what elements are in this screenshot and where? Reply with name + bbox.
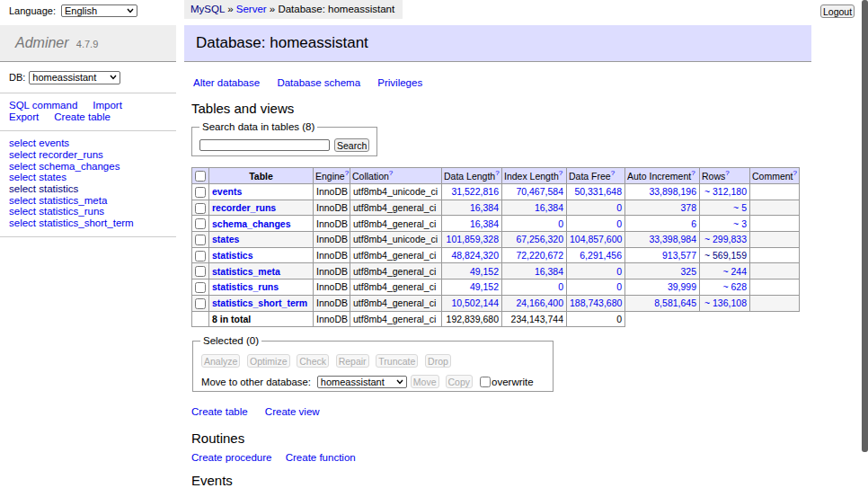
sidebar-item-select-recorder-runs[interactable]: select recorder_runs	[9, 149, 167, 161]
help-link[interactable]: ?	[495, 169, 499, 177]
rows-count-link[interactable]: ~ 299,833	[704, 234, 747, 244]
table-name-link[interactable]: states	[212, 234, 239, 244]
data-free-link[interactable]: 0	[616, 218, 622, 229]
row-checkbox[interactable]	[195, 298, 206, 309]
database-schema-link[interactable]: Database schema	[277, 77, 360, 88]
auto-increment-link[interactable]: 39,999	[668, 281, 696, 292]
data-free-link[interactable]: 104,857,600	[570, 234, 622, 244]
rows-count-link[interactable]: ~ 312,180	[704, 186, 747, 197]
sidebar-item-select-statistics[interactable]: select statistics	[9, 183, 167, 195]
sidebar-item-select-states[interactable]: select states	[9, 172, 167, 183]
data-length-link[interactable]: 48,824,320	[451, 250, 499, 261]
check-button[interactable]: Check	[297, 354, 329, 368]
data-length-link[interactable]: 49,152	[470, 281, 499, 292]
truncate-button[interactable]: Truncate	[376, 354, 418, 368]
auto-increment-link[interactable]: 8,581,645	[654, 297, 696, 308]
breadcrumb-mysql-link[interactable]: MySQL	[190, 4, 225, 14]
table-name-link[interactable]: statistics_runs	[212, 281, 279, 292]
rows-count-link[interactable]: ~ 136,108	[704, 297, 747, 308]
rows-count-link[interactable]: ~ 569,159	[704, 250, 747, 261]
auto-increment-link[interactable]: 378	[680, 202, 696, 213]
search-input[interactable]	[199, 139, 330, 151]
row-checkbox[interactable]	[195, 218, 206, 229]
help-link[interactable]: ?	[725, 169, 729, 177]
help-link[interactable]: ?	[559, 169, 562, 177]
sidebar-import-link[interactable]: Import	[93, 100, 122, 111]
data-free-link[interactable]: 6,291,456	[580, 250, 622, 261]
table-name-link[interactable]: recorder_runs	[212, 202, 276, 213]
auto-increment-link[interactable]: 913,577	[662, 250, 696, 261]
drop-button[interactable]: Drop	[425, 354, 451, 368]
create-function-link[interactable]: Create function	[286, 452, 356, 463]
optimize-button[interactable]: Optimize	[247, 354, 289, 368]
auto-increment-link[interactable]: 33,398,984	[649, 234, 696, 244]
rows-count-link[interactable]: ~ 3	[733, 218, 747, 229]
scrollbar-thumb[interactable]	[862, 0, 868, 452]
auto-increment-link[interactable]: 33,898,196	[649, 186, 696, 197]
data-length-link[interactable]: 31,522,816	[451, 186, 499, 197]
privileges-link[interactable]: Privileges	[377, 77, 422, 88]
logout-button[interactable]: Logout	[820, 4, 855, 18]
data-length-link[interactable]: 10,502,144	[451, 297, 499, 308]
row-checkbox[interactable]	[195, 187, 206, 198]
adminer-logo-link[interactable]: Adminer	[15, 35, 69, 50]
help-link[interactable]: ?	[345, 169, 349, 177]
overwrite-checkbox[interactable]	[480, 377, 491, 387]
row-checkbox[interactable]	[195, 266, 206, 277]
table-name-link[interactable]: statistics_short_term	[212, 297, 307, 308]
index-length-link[interactable]: 67,256,320	[516, 234, 563, 244]
data-free-link[interactable]: 50,331,648	[574, 186, 622, 197]
select-all-checkbox[interactable]	[195, 171, 206, 182]
search-button[interactable]: Search	[334, 138, 369, 152]
sidebar-item-select-statistics-short-term[interactable]: select statistics_short_term	[9, 217, 167, 229]
db-select[interactable]: homeassistant	[29, 71, 120, 84]
create-table-link[interactable]: Create table	[191, 406, 248, 417]
table-name-link[interactable]: schema_changes	[212, 218, 291, 229]
sidebar-create-table-link[interactable]: Create table	[54, 111, 111, 122]
index-length-link[interactable]: 16,384	[535, 266, 563, 277]
index-length-link[interactable]: 16,384	[535, 202, 563, 213]
table-name-link[interactable]: events	[212, 186, 242, 197]
rows-count-link[interactable]: ~ 244	[722, 266, 747, 277]
auto-increment-link[interactable]: 325	[680, 266, 696, 277]
index-length-link[interactable]: 72,220,672	[516, 250, 563, 261]
help-link[interactable]: ?	[793, 169, 797, 177]
help-link[interactable]: ?	[691, 169, 695, 177]
data-length-link[interactable]: 101,859,328	[447, 234, 499, 244]
row-checkbox[interactable]	[195, 235, 206, 245]
analyze-button[interactable]: Analyze	[201, 354, 240, 368]
row-checkbox[interactable]	[195, 282, 206, 293]
sidebar-item-select-statistics-runs[interactable]: select statistics_runs	[9, 206, 167, 217]
data-free-link[interactable]: 0	[616, 202, 622, 213]
index-length-link[interactable]: 70,467,584	[516, 186, 563, 197]
sidebar-item-select-events[interactable]: select events	[9, 138, 167, 149]
alter-database-link[interactable]: Alter database	[193, 77, 260, 88]
breadcrumb-server-link[interactable]: Server	[236, 4, 267, 14]
index-length-link[interactable]: 24,166,400	[516, 297, 563, 308]
rows-count-link[interactable]: ~ 5	[733, 202, 747, 213]
language-select[interactable]: English	[61, 4, 137, 17]
sidebar-item-select-schema-changes[interactable]: select schema_changes	[9, 161, 167, 173]
create-procedure-link[interactable]: Create procedure	[191, 452, 272, 463]
repair-button[interactable]: Repair	[336, 354, 369, 368]
row-checkbox[interactable]	[195, 203, 206, 214]
create-view-link[interactable]: Create view	[265, 406, 320, 417]
help-link[interactable]: ?	[389, 169, 393, 177]
data-length-link[interactable]: 16,384	[470, 218, 499, 229]
data-free-link[interactable]: 0	[616, 266, 622, 277]
help-link[interactable]: ?	[611, 169, 615, 177]
sidebar-export-link[interactable]: Export	[9, 111, 39, 122]
data-free-link[interactable]: 0	[616, 281, 622, 292]
index-length-link[interactable]: 0	[558, 281, 563, 292]
move-button[interactable]: Move	[411, 375, 439, 388]
rows-count-link[interactable]: ~ 628	[722, 281, 747, 292]
data-length-link[interactable]: 16,384	[470, 202, 499, 213]
sidebar-item-select-statistics-meta[interactable]: select statistics_meta	[9, 195, 167, 207]
table-name-link[interactable]: statistics	[212, 250, 253, 261]
data-free-link[interactable]: 188,743,680	[570, 297, 622, 308]
auto-increment-link[interactable]: 6	[691, 218, 696, 229]
index-length-link[interactable]: 0	[558, 218, 563, 229]
sidebar-sql-command-link[interactable]: SQL command	[9, 100, 77, 111]
copy-button[interactable]: Copy	[446, 375, 474, 388]
data-length-link[interactable]: 49,152	[470, 266, 499, 277]
